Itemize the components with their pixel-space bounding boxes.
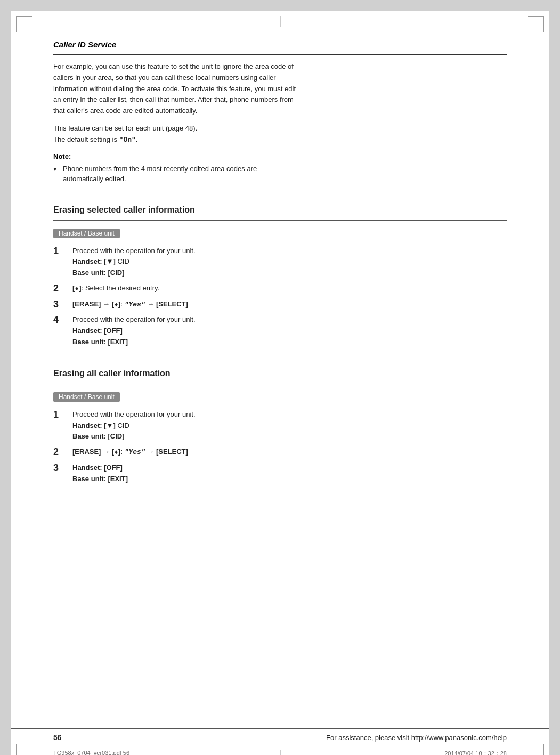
step-number-1: 1: [53, 246, 72, 257]
corner-mark-tr: [528, 16, 544, 32]
erasing-selected-steps: 1 Proceed with the operation for your un…: [53, 246, 507, 348]
footer-page-number: 56: [53, 733, 62, 742]
feature-text: This feature can be set for each unit (p…: [53, 124, 197, 132]
erasing-all-divider-bottom: [53, 384, 507, 384]
top-center-mark: [280, 16, 280, 27]
step-4-content: Proceed with the operation for your unit…: [72, 314, 507, 347]
default-value: "On": [119, 136, 136, 144]
erasing-selected-heading: Erasing selected caller information: [53, 202, 507, 215]
all-step-number-2: 2: [53, 446, 72, 458]
note-label: Note:: [53, 152, 507, 160]
step-1-line-2: Base unit: [CID]: [72, 267, 507, 279]
intro-text-content: For example, you can use this feature to…: [53, 62, 296, 115]
footer-url: For assistance, please visit http://www.…: [326, 734, 507, 742]
erasing-selected-divider-bottom: [53, 220, 507, 221]
all-step-2-content: [ERASE] → [⬧]: "Yes" → [SELECT]: [72, 446, 507, 458]
step-3-line-0: [ERASE] → [⬧]: "Yes" → [SELECT]: [72, 299, 507, 311]
corner-mark-bl: [16, 744, 32, 755]
all-step-2-line-0: [ERASE] → [⬧]: "Yes" → [SELECT]: [72, 446, 507, 458]
page: Caller ID Service For example, you can u…: [11, 11, 549, 755]
step-2-line-0: [⬧]: Select the desired entry.: [72, 283, 507, 294]
erasing-selected-divider: [53, 194, 507, 194]
default-line: The default setting is "On".: [53, 135, 137, 143]
step-4-line-1: Handset: [OFF]: [72, 326, 507, 337]
section-title: Caller ID Service: [53, 40, 507, 49]
all-step-number-3: 3: [53, 462, 72, 474]
page-content: Caller ID Service For example, you can u…: [53, 40, 507, 485]
step-4-line-2: Base unit: [EXIT]: [72, 337, 507, 348]
all-step-3-line-0: Handset: [OFF]: [72, 462, 507, 474]
step-3: 3 [ERASE] → [⬧]: "Yes" → [SELECT]: [53, 299, 507, 311]
note-bullet-item: Phone numbers from the 4 most recently e…: [53, 164, 298, 184]
intro-paragraph: For example, you can use this feature to…: [53, 61, 304, 117]
corner-mark-tl: [16, 16, 32, 32]
step-1-line-0: Proceed with the operation for your unit…: [72, 246, 507, 257]
erasing-all-divider: [53, 358, 507, 358]
step-1-line-1: Handset: [▼] CID: [72, 256, 507, 267]
all-step-1: 1 Proceed with the operation for your un…: [53, 409, 507, 442]
page-footer: 56 For assistance, please visit http://w…: [11, 728, 549, 742]
bottom-meta-left: TG958x_0704_ver031.pdf 56: [53, 750, 129, 755]
corner-mark-br: [528, 744, 544, 755]
step-number-2: 2: [53, 283, 72, 295]
step-3-content: [ERASE] → [⬧]: "Yes" → [SELECT]: [72, 299, 507, 311]
step-number-4: 4: [53, 314, 72, 326]
step-4: 4 Proceed with the operation for your un…: [53, 314, 507, 347]
top-divider: [53, 54, 507, 55]
erasing-all-heading: Erasing all caller information: [53, 366, 507, 378]
erasing-all-badge: Handset / Base unit: [53, 392, 120, 402]
all-step-1-line-0: Proceed with the operation for your unit…: [72, 409, 507, 420]
bottom-metadata: TG958x_0704_ver031.pdf 56 2014/07/04 10：…: [53, 750, 507, 755]
all-step-1-line-1: Handset: [▼] CID: [72, 420, 507, 432]
feature-line: This feature can be set for each unit (p…: [53, 123, 304, 146]
all-step-1-content: Proceed with the operation for your unit…: [72, 409, 507, 442]
all-step-1-line-2: Base unit: [CID]: [72, 431, 507, 442]
note-section: Note: Phone numbers from the 4 most rece…: [53, 152, 507, 184]
erasing-all-steps: 1 Proceed with the operation for your un…: [53, 409, 507, 485]
default-prefix: The default setting is: [53, 135, 119, 143]
erasing-selected-badge: Handset / Base unit: [53, 229, 120, 238]
all-step-3-line-1: Base unit: [EXIT]: [72, 474, 507, 485]
all-step-3-content: Handset: [OFF] Base unit: [EXIT]: [72, 462, 507, 485]
step-4-line-0: Proceed with the operation for your unit…: [72, 314, 507, 326]
default-suffix: .: [136, 135, 138, 143]
all-step-2: 2 [ERASE] → [⬧]: "Yes" → [SELECT]: [53, 446, 507, 458]
step-2: 2 [⬧]: Select the desired entry.: [53, 283, 507, 295]
all-step-3: 3 Handset: [OFF] Base unit: [EXIT]: [53, 462, 507, 485]
step-1-content: Proceed with the operation for your unit…: [72, 246, 507, 279]
step-2-content: [⬧]: Select the desired entry.: [72, 283, 507, 294]
bottom-meta-right: 2014/07/04 10：32：28: [444, 750, 507, 755]
step-number-3: 3: [53, 299, 72, 311]
all-step-number-1: 1: [53, 409, 72, 421]
step-1: 1 Proceed with the operation for your un…: [53, 246, 507, 279]
